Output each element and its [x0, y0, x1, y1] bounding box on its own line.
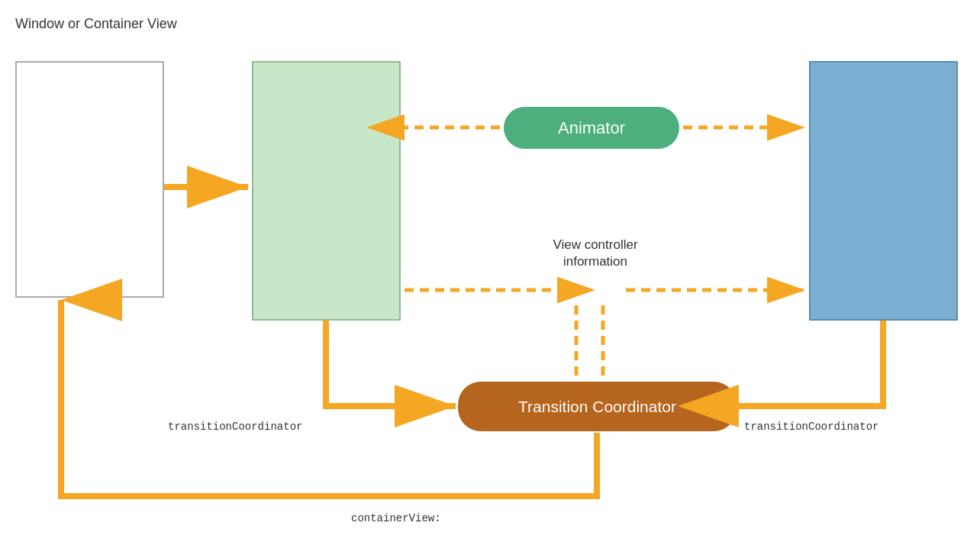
window-container-label: Window or Container View	[15, 15, 177, 33]
to-vc-box	[809, 61, 958, 321]
animator-pill: Animator	[504, 107, 679, 149]
transition-coordinator-prop-left: transitionCoordinator	[168, 420, 302, 434]
green-to-tc-arrow	[326, 321, 456, 406]
from-vc-box	[252, 61, 401, 321]
container-view-label: containerView:	[351, 511, 441, 525]
transition-coordinator-pill: Transition Coordinator	[458, 382, 737, 431]
window-container-box	[15, 61, 164, 298]
blue-to-tc-arrow	[739, 321, 883, 406]
vc-info-label: View controllerinformation	[519, 237, 672, 270]
transition-coordinator-prop-right: transitionCoordinator	[744, 420, 878, 434]
